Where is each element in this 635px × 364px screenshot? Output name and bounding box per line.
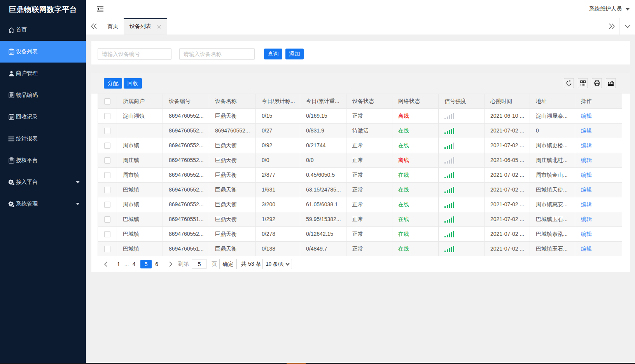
signal-bars-icon — [444, 231, 478, 237]
row-checkbox[interactable] — [104, 187, 110, 193]
sidebar-item-5[interactable]: 回收记录 — [0, 106, 86, 128]
row-checkbox[interactable] — [104, 157, 110, 164]
tabs-scroll-right-button[interactable] — [604, 18, 619, 35]
row-select-cell — [98, 168, 117, 183]
edit-link[interactable]: 编辑 — [581, 201, 592, 207]
recycle-button[interactable]: 回收 — [124, 78, 142, 89]
device-number-input[interactable] — [98, 48, 171, 60]
tabs-scroll-left-button[interactable] — [86, 18, 102, 35]
cell-device-status: 正常 — [346, 109, 392, 124]
cell-merchant: 周市镇 — [117, 197, 163, 212]
print-icon[interactable] — [592, 78, 602, 88]
goto-confirm-button[interactable]: 确定 — [219, 259, 237, 269]
page-number[interactable]: 6 — [155, 261, 158, 267]
cell-action: 编辑 — [575, 197, 622, 212]
device-table: 所属商户设备编号设备名称今日/累计称...今日/累计重...设备状态网络状态信号… — [98, 94, 622, 256]
cell-device-number: 8694760552... — [163, 109, 209, 124]
table-tool-icons — [560, 78, 616, 88]
sidebar-item-3[interactable]: 商户管理 — [0, 63, 86, 84]
sidebar-item-6[interactable]: 统计报表 — [0, 128, 86, 150]
signal-bars-icon — [444, 143, 478, 149]
refresh-icon[interactable] — [564, 78, 574, 88]
page-size-select[interactable]: 10 条/页 — [262, 259, 292, 269]
sidebar-item-9[interactable]: 系统管理 — [0, 193, 86, 215]
cell-action: 编辑 — [575, 183, 622, 197]
tab-2[interactable]: 设备列表 — [124, 18, 167, 35]
tab-1[interactable]: 首页 — [102, 18, 124, 35]
goto-page-input[interactable] — [192, 259, 207, 269]
cell-signal-strength — [439, 183, 485, 197]
row-checkbox[interactable] — [104, 113, 110, 119]
user-caret-down-icon — [625, 8, 630, 10]
row-checkbox[interactable] — [104, 246, 110, 252]
page-number[interactable]: 1 — [117, 261, 120, 267]
row-checkbox[interactable] — [104, 128, 110, 134]
device-list-icon — [8, 49, 14, 55]
edit-link[interactable]: 编辑 — [581, 186, 592, 193]
merchant-user-icon — [8, 70, 14, 77]
filter-columns-icon[interactable] — [578, 78, 588, 88]
tab-close-icon[interactable] — [157, 24, 161, 29]
signal-bars-icon — [444, 113, 478, 119]
cell-heartbeat-time: 2021-07-02 ... — [485, 138, 530, 153]
tabs-more-dropdown-button[interactable] — [619, 18, 635, 35]
sidebar-item-4[interactable]: 物品编码 — [0, 84, 86, 106]
edit-link[interactable]: 编辑 — [581, 231, 592, 237]
edit-link[interactable]: 编辑 — [581, 246, 592, 252]
edit-link[interactable]: 编辑 — [581, 216, 592, 222]
cell-address: 巴城镇天使... — [530, 183, 575, 197]
select-all-checkbox[interactable] — [104, 98, 110, 104]
cell-network-status: 离线 — [392, 153, 439, 168]
row-checkbox[interactable] — [104, 202, 110, 208]
sidebar-menu: 首页设备列表商户管理物品编码回收记录统计报表授权平台接入平台系统管理 — [0, 19, 86, 215]
signal-bars-icon — [444, 187, 478, 193]
sidebar-item-2[interactable]: 设备列表 — [0, 41, 86, 63]
signal-bars-icon — [444, 157, 478, 164]
edit-link[interactable]: 编辑 — [581, 172, 592, 178]
column-header: 信号强度 — [439, 94, 485, 109]
cell-device-name: 巨鼎天衡 — [209, 212, 256, 227]
cell-network-status: 离线 — [392, 109, 439, 124]
cell-action: 编辑 — [575, 212, 622, 227]
sidebar-item-8[interactable]: 接入平台 — [0, 171, 86, 193]
edit-link[interactable]: 编辑 — [581, 142, 592, 148]
column-header: 今日/累计重... — [300, 94, 346, 109]
cell-today-total-weight: 0.45/6050.5 — [300, 168, 346, 183]
edit-link[interactable]: 编辑 — [581, 127, 592, 134]
row-checkbox[interactable] — [104, 172, 110, 178]
device-name-input[interactable] — [179, 48, 255, 60]
cell-address: 巴城镇泰泓... — [530, 227, 575, 242]
row-select-cell — [98, 153, 117, 168]
cell-device-name: 巨鼎天衡 — [209, 153, 256, 168]
cell-address: 周市镇金山... — [530, 168, 575, 183]
row-checkbox[interactable] — [104, 231, 110, 237]
edit-link[interactable]: 编辑 — [581, 113, 592, 119]
page-next-icon[interactable] — [168, 261, 173, 267]
sidebar-item-1[interactable]: 首页 — [0, 19, 86, 41]
user-dropdown[interactable]: 系统维护人员 — [589, 0, 630, 18]
row-checkbox[interactable] — [104, 216, 110, 223]
cell-device-number: 8694760552... — [163, 138, 209, 153]
cell-device-number: 8694760552... — [163, 153, 209, 168]
edit-link[interactable]: 编辑 — [581, 157, 592, 163]
cell-address: 淀山湖晟泰... — [530, 109, 575, 124]
cell-device-name: 巨鼎天衡 — [209, 183, 256, 197]
row-checkbox[interactable] — [104, 143, 110, 149]
goto-page-suffix: 页 — [212, 261, 217, 268]
assign-button[interactable]: 分配 — [104, 78, 122, 89]
query-button[interactable]: 查询 — [264, 49, 282, 59]
sidebar-item-label: 设备列表 — [16, 48, 38, 55]
page-prev-icon[interactable] — [103, 261, 108, 267]
collapse-sidebar-icon[interactable] — [97, 6, 103, 12]
signal-bars-icon — [444, 202, 478, 208]
table-row: 周市镇8694760552...巨鼎天衡0/920/21744正常在线2021-… — [98, 138, 622, 153]
row-select-cell — [98, 109, 117, 124]
export-icon[interactable] — [606, 78, 616, 88]
page-number[interactable]: 4 — [132, 261, 135, 267]
report-lines-icon — [8, 136, 14, 142]
cell-heartbeat-time: 2021-07-02 ... — [485, 197, 530, 212]
add-button[interactable]: 添加 — [285, 49, 304, 59]
cell-address: 0 — [530, 124, 575, 138]
sidebar-item-7[interactable]: 授权平台 — [0, 150, 86, 171]
sidebar-item-label: 系统管理 — [16, 200, 38, 207]
